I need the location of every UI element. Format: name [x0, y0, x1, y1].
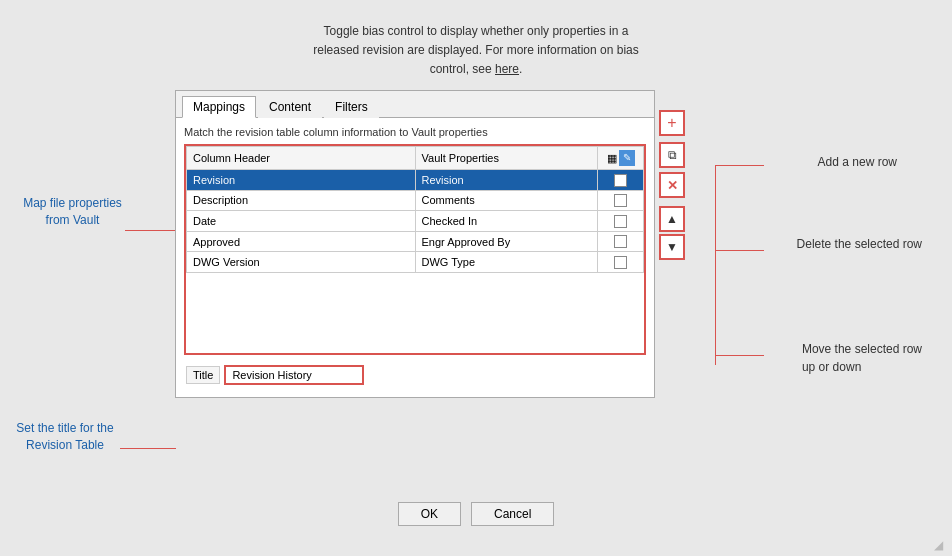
top-callout-text: Toggle bias control to display whether o… — [0, 10, 952, 80]
title-input[interactable] — [224, 365, 364, 385]
map-file-properties-annotation: Map file properties from Vault — [20, 195, 125, 229]
checkbox[interactable] — [614, 256, 627, 269]
delete-row-annotation: Delete the selected row — [797, 237, 922, 251]
down-arrow-icon: ▼ — [666, 240, 678, 254]
set-title-annotation: Set the title for the Revision Table — [10, 420, 120, 454]
table-row[interactable]: Date Checked In — [187, 211, 644, 232]
row-vault-approved: Engr Approved By — [415, 231, 598, 252]
resize-handle: ◢ — [934, 538, 944, 548]
row-col-description: Description — [187, 190, 416, 211]
row-col-date: Date — [187, 211, 416, 232]
col-header-edit: ▦ ✎ — [598, 147, 644, 170]
table-row[interactable]: Description Comments — [187, 190, 644, 211]
copy-row-button[interactable]: ⧉ — [659, 142, 685, 168]
up-arrow-icon: ▲ — [666, 212, 678, 226]
checkbox[interactable] — [614, 194, 627, 207]
row-vault-date: Checked In — [415, 211, 598, 232]
row-vault-dwgversion: DWG Type — [415, 252, 598, 273]
tab-bar: Mappings Content Filters — [176, 91, 654, 118]
delete-icon: ✕ — [667, 178, 678, 193]
here-link[interactable]: here — [495, 62, 519, 76]
ok-button[interactable]: OK — [398, 502, 461, 526]
table-row[interactable]: Revision Revision — [187, 170, 644, 191]
row-checkbox-date[interactable] — [598, 211, 644, 232]
delete-row-button[interactable]: ✕ — [659, 172, 685, 198]
dialog-body: Match the revision table column informat… — [176, 118, 654, 397]
mapping-table: Column Header Vault Properties ▦ ✎ — [186, 146, 644, 273]
row-checkbox-dwgversion[interactable] — [598, 252, 644, 273]
dialog-wrapper: Mappings Content Filters Match the revis… — [175, 90, 685, 398]
tab-mappings[interactable]: Mappings — [182, 96, 256, 118]
row-vault-revision: Revision — [415, 170, 598, 191]
pencil-icon: ✎ — [619, 150, 635, 166]
row-col-approved: Approved — [187, 231, 416, 252]
checkbox[interactable] — [614, 215, 627, 228]
col-header-vault: Vault Properties — [415, 147, 598, 170]
move-up-button[interactable]: ▲ — [659, 206, 685, 232]
row-checkbox-revision[interactable] — [598, 170, 644, 191]
map-connector-line — [125, 230, 175, 231]
copy-icon: ⧉ — [668, 148, 677, 162]
table-area: Column Header Vault Properties ▦ ✎ — [184, 144, 646, 355]
cancel-button[interactable]: Cancel — [471, 502, 554, 526]
add-row-button[interactable]: + — [659, 110, 685, 136]
row-checkbox-approved[interactable] — [598, 231, 644, 252]
bottom-button-area: OK Cancel — [0, 502, 952, 526]
row-col-dwgversion: DWG Version — [187, 252, 416, 273]
add-icon: + — [667, 114, 676, 132]
main-dialog: Mappings Content Filters Match the revis… — [175, 90, 655, 398]
checkbox[interactable] — [614, 235, 627, 248]
row-vault-description: Comments — [415, 190, 598, 211]
checkbox[interactable] — [614, 174, 627, 187]
table-row[interactable]: DWG Version DWG Type — [187, 252, 644, 273]
title-row: Title — [184, 361, 646, 389]
column-icon: ▦ — [607, 152, 617, 165]
empty-table-area — [186, 273, 644, 353]
col-header-column: Column Header — [187, 147, 416, 170]
delete-connector-line — [716, 250, 764, 251]
move-connector-h-line — [716, 355, 764, 356]
row-checkbox-description[interactable] — [598, 190, 644, 211]
row-col-revision: Revision — [187, 170, 416, 191]
move-down-button[interactable]: ▼ — [659, 234, 685, 260]
add-row-annotation: Add a new row — [818, 155, 897, 169]
tab-content[interactable]: Content — [258, 96, 322, 118]
title-label: Title — [186, 366, 220, 384]
add-connector-line — [716, 165, 764, 166]
move-connector-v-line — [715, 165, 716, 365]
tab-filters[interactable]: Filters — [324, 96, 379, 118]
match-text: Match the revision table column informat… — [184, 126, 646, 138]
title-connector-line — [120, 448, 176, 449]
move-row-annotation: Move the selected rowup or down — [802, 340, 922, 376]
action-buttons-panel: + ⧉ ✕ ▲ ▼ — [659, 90, 685, 260]
table-row[interactable]: Approved Engr Approved By — [187, 231, 644, 252]
